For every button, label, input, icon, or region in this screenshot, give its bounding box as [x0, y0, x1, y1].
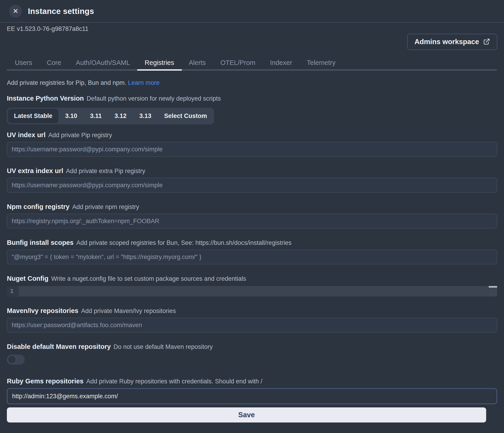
nuget-config-description: Write a nuget.config file to set custom …	[51, 275, 246, 282]
npm-config-registry-label: Npm config registry	[7, 203, 70, 211]
uv-index-url-label: UV index url	[7, 131, 45, 139]
disable-default-maven-description: Do not use default Maven repository	[113, 343, 213, 351]
bunfig-install-scopes-input[interactable]	[7, 250, 497, 264]
python-option-select-custom[interactable]: 3.13	[133, 109, 157, 123]
admins-workspace-label: Admins workspace	[414, 38, 479, 46]
maven-ivy-repositories-label: Maven/Ivy repositories	[7, 307, 78, 315]
edition-version: EE v1.523.0-76-g98787a8c11	[7, 25, 497, 33]
ruby-gems-repositories-field: Ruby Gems repositories Add private Ruby …	[7, 377, 497, 404]
python-option-3-10[interactable]: 3.10	[59, 109, 83, 123]
save-row: Save	[7, 407, 497, 423]
bunfig-install-scopes-field: Bunfig install scopes Add private scoped…	[7, 239, 497, 264]
tab-otel-prom[interactable]: OTEL/Prom	[220, 59, 255, 71]
python-version-section: Instance Python Version Default python v…	[7, 95, 497, 124]
python-option-3-11[interactable]: 3.11	[84, 109, 108, 123]
editor-minimap[interactable]	[488, 286, 497, 297]
editor-line-number: 1	[7, 286, 19, 297]
registries-intro: Add private registries for Pip, Bun and …	[7, 79, 497, 86]
disable-default-maven-label: Disable default Maven repository	[7, 343, 111, 351]
maven-ivy-repositories-description: Add private Maven/Ivy repositories	[81, 308, 176, 315]
tab-core[interactable]: Core	[47, 59, 61, 71]
disable-default-maven-toggle[interactable]	[7, 354, 25, 365]
python-option-select-custom[interactable]: Select Custom	[158, 109, 213, 123]
nuget-config-label: Nuget Config	[7, 275, 48, 282]
editor-minimap-slider[interactable]	[489, 286, 497, 288]
editor-code-area[interactable]	[19, 286, 488, 297]
intro-text: Add private registries for Pip, Bun and …	[7, 79, 126, 86]
nuget-config-field: Nuget Config Write a nuget.config file t…	[7, 275, 497, 297]
uv-index-url-input[interactable]	[7, 142, 497, 157]
uv-extra-index-url-label: UV extra index url	[7, 167, 63, 175]
tab-telemetry[interactable]: Telemetry	[307, 59, 335, 71]
modal-header: ✕ Instance settings	[0, 0, 504, 22]
bunfig-install-scopes-label: Bunfig install scopes	[7, 239, 74, 247]
ruby-gems-repositories-input[interactable]	[7, 388, 497, 404]
toggle-knob	[8, 355, 16, 364]
tab-indexer[interactable]: Indexer	[270, 59, 292, 71]
python-version-label: Instance Python Version	[7, 95, 84, 102]
maven-ivy-repositories-field: Maven/Ivy repositories Add private Maven…	[7, 307, 497, 332]
nuget-config-editor[interactable]: 1	[7, 286, 497, 297]
tab-alerts[interactable]: Alerts	[189, 59, 206, 71]
tab-auth-oauth-saml[interactable]: Auth/OAuth/SAML	[76, 59, 130, 71]
page-title: Instance settings	[28, 7, 94, 16]
npm-config-registry-description: Add private npm registry	[72, 203, 139, 211]
bunfig-install-scopes-description: Add private scoped registries for Bun, S…	[76, 239, 292, 247]
save-button[interactable]: Save	[7, 407, 486, 423]
close-icon[interactable]: ✕	[9, 5, 22, 18]
maven-ivy-repositories-input[interactable]	[7, 318, 497, 332]
npm-config-registry-field: Npm config registry Add private npm regi…	[7, 203, 497, 228]
ruby-gems-repositories-description: Add private Ruby repositories with crede…	[86, 378, 262, 385]
tab-registries[interactable]: Registries	[145, 59, 174, 71]
settings-content: Windmill EE v1.523.0-76-g98787a8c11 Admi…	[0, 22, 504, 423]
ruby-gems-repositories-label: Ruby Gems repositories	[7, 377, 83, 385]
python-version-description: Default python version for newly deploye…	[87, 95, 221, 102]
uv-index-url-field: UV index url Add private Pip registry	[7, 131, 497, 157]
workspace-row: Admins workspace	[7, 34, 497, 50]
python-version-selector: Latest Stable 3.10 3.11 3.12 3.13 Select…	[7, 108, 214, 124]
tabbar: Users Core Auth/OAuth/SAML Registries Al…	[7, 59, 497, 71]
disable-default-maven-field: Disable default Maven repository Do not …	[7, 343, 497, 365]
learn-more-link[interactable]: Learn more	[128, 79, 160, 86]
uv-extra-index-url-input[interactable]	[7, 178, 497, 193]
external-link-icon	[483, 38, 490, 46]
uv-index-url-description: Add private Pip registry	[48, 132, 112, 139]
python-option-3-12[interactable]: 3.12	[109, 109, 133, 123]
tab-users[interactable]: Users	[15, 59, 32, 71]
python-option-latest-stable[interactable]: Latest Stable	[8, 109, 58, 123]
npm-config-registry-input[interactable]	[7, 214, 497, 228]
admins-workspace-button[interactable]: Admins workspace	[407, 34, 497, 50]
app-name-clipped: Windmill	[17, 22, 497, 25]
uv-extra-index-url-description: Add private extra Pip registry	[66, 168, 145, 175]
uv-extra-index-url-field: UV extra index url Add private extra Pip…	[7, 167, 497, 193]
